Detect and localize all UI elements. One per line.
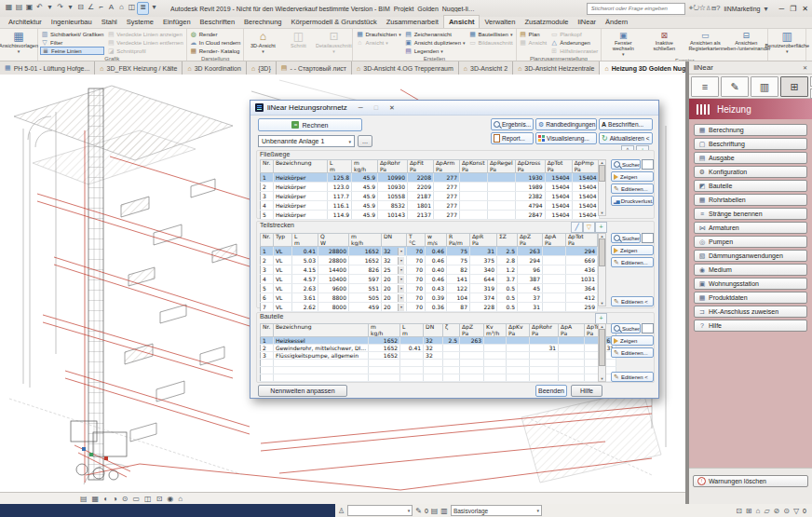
design-options-icon[interactable]: ▥ <box>440 507 448 515</box>
fliesswege-zeigen-button[interactable]: Zeigen <box>611 171 654 182</box>
workset-select[interactable]: ▾ <box>347 505 413 516</box>
user-dropdown-icon[interactable]: ▾ <box>764 5 767 13</box>
beenden-button[interactable]: Beenden <box>535 385 567 397</box>
view-tab-3d-ansicht-2[interactable]: ⌂3D-Ansicht 2 <box>459 61 513 75</box>
bauteile-suchen-input[interactable] <box>642 323 654 333</box>
ribbon-button-3d-ansicht[interactable]: ⌂3D-Ansicht▾ <box>246 30 279 54</box>
ribbon-button-render[interactable]: ◍Render <box>189 30 242 38</box>
select-pinned-icon[interactable]: ▱ <box>764 507 769 515</box>
close-button[interactable]: ✕ <box>802 5 808 13</box>
ribbon-tab-stahl[interactable]: Stahl <box>97 16 122 28</box>
ribbon-button-ansicht-duplizieren[interactable]: ▣Ansicht duplizieren▾ <box>404 38 467 47</box>
bauteile-suchen-button[interactable]: Suchen < <box>611 323 641 333</box>
dn-dropdown[interactable]: ▾ <box>398 294 404 302</box>
ribbon-button-render-katalog[interactable]: ▦Render- Katalog <box>189 47 242 55</box>
ribbon-tab-berechnung[interactable]: Berechnung <box>239 16 286 28</box>
table-row[interactable]: 7VL2.628000459▾20700.36872280.531259 <box>261 303 598 312</box>
ribbon-button-inaktive-schließen[interactable]: ⊠Inaktive schließen <box>644 30 683 57</box>
dn-dropdown[interactable]: ▾ <box>398 304 404 311</box>
sidebar-item-beschriftung[interactable]: ▢Beschriftung <box>694 138 807 150</box>
analytical-model-icon[interactable]: ⌂ <box>178 495 183 503</box>
view-tab-{3d}[interactable]: ⌂{3D} <box>247 61 277 75</box>
ribbon-button-feine-linien[interactable]: ≣Feine Linien <box>40 47 104 55</box>
sidebar-item-medium[interactable]: ◉Medium <box>694 264 807 276</box>
warnungen-loeschen-button[interactable]: ! Warnungen löschen <box>693 475 808 487</box>
settings-sliders-button[interactable]: ≡ <box>691 76 719 97</box>
print-icon[interactable]: ⊟ <box>75 2 86 13</box>
ribbon-button-plan[interactable]: ▤Plan <box>519 30 548 38</box>
open-icon[interactable]: ▤ <box>14 2 24 13</box>
undo-icon[interactable]: ↶ <box>34 2 45 13</box>
add-icon[interactable]: + <box>595 222 607 233</box>
radiator-button[interactable]: ▥ <box>751 76 778 97</box>
table-row[interactable]: 5VL2.639600551▾20700.431223190.545364 <box>261 284 598 293</box>
ribbon-tab-linear[interactable]: liNear <box>574 16 602 28</box>
edit-pencil-button[interactable]: ✎ <box>721 76 749 97</box>
sidebar-item-konfiguration[interactable]: ⚙Konfiguration <box>694 166 807 178</box>
sidebar-item-dämmungsanwendungen[interactable]: ▧Dämmungsanwendungen <box>694 250 807 262</box>
table-row[interactable]: 4Heizkörper116.145.985321801277479415404… <box>261 201 600 211</box>
crop-region-visibility-icon[interactable]: ◫ <box>144 495 152 503</box>
save-icon[interactable]: ▣ <box>24 2 34 13</box>
ribbon-tab-architektur[interactable]: Architektur <box>4 16 47 28</box>
table-row[interactable]: 5Heizkörper114.945.910143213727728471540… <box>261 211 600 220</box>
ribbon-button-in-cloud-rendern[interactable]: ☁In Cloud rendern <box>189 38 242 47</box>
teilstrecken-suchen-button[interactable]: Suchen < <box>611 233 641 243</box>
sidebar-item-hk-anschluss-zuweisen[interactable]: ⊐HK-Anschluss zuweisen <box>694 306 807 318</box>
detail-level-icon[interactable]: ▦ <box>92 495 100 503</box>
teilstrecken-editieren-button[interactable]: ✎Editieren... <box>611 257 654 267</box>
fliesswege-editieren-button[interactable]: ✎Editieren... <box>611 184 654 194</box>
ribbon-tab-systeme[interactable]: Systeme <box>122 16 158 28</box>
dialog-button-ergebnis[interactable]: Ergebnis... <box>491 118 534 130</box>
teilstrecken-suchen-input[interactable] <box>642 233 654 243</box>
search-box[interactable] <box>587 3 685 15</box>
view-tab-3d-ansicht-4-og-treppenraum[interactable]: ⌂3D-Ansicht 4.OG Treppenraum <box>352 61 459 75</box>
table-row[interactable]: 3VL4.1514400826▾25700.40823401.296436 <box>261 265 598 275</box>
sidebar-item-stränge-benennen[interactable]: ≡Stränge benennen <box>694 208 807 220</box>
view-tab-3d-koordination[interactable]: ⌂3D Koordination <box>183 61 246 75</box>
dn-dropdown[interactable]: ▾ <box>398 248 404 255</box>
sun-path-icon[interactable]: ◑ <box>113 495 117 503</box>
anlage-browse-button[interactable]: ... <box>358 135 372 147</box>
default-3d-view-icon[interactable]: ⌂ <box>116 2 127 13</box>
pipe-segment-icon[interactable]: ╱ <box>571 222 583 233</box>
teilstrecken-editieren-button[interactable]: ✎Editieren < <box>611 296 654 306</box>
search-input[interactable] <box>589 5 683 12</box>
ribbon-button-legenden[interactable]: ▤Legenden▾ <box>404 47 467 55</box>
dn-dropdown[interactable]: ▾ <box>398 257 404 265</box>
table-row[interactable]: 1Heizkörper125.845.910990220827719301540… <box>261 173 600 183</box>
select-underlay-icon[interactable]: ⌂ <box>756 507 761 515</box>
ribbon-tab-beschriften[interactable]: Beschriften <box>196 16 240 28</box>
filter-icon[interactable]: ▽ <box>793 507 799 515</box>
minimize-button[interactable]: ─ <box>778 5 784 13</box>
dialog-button-beschriften[interactable]: ABeschriften... <box>599 118 653 130</box>
dialog-button-report[interactable]: Report... <box>491 132 534 144</box>
table-row[interactable]: 4VL4.5710400597▾20700.461416443.73871031 <box>261 275 598 284</box>
view-tab-3d-ansicht-heizzentrale[interactable]: ⌂3D-Ansicht Heizzentrale <box>513 61 600 75</box>
bauteile-zeigen-button[interactable]: Zeigen <box>611 335 654 346</box>
ribbon-button-filter[interactable]: ▽Filter <box>40 38 104 47</box>
aligned-dimension-icon[interactable]: ⌐ <box>96 2 106 13</box>
section-icon[interactable]: ◫ <box>127 2 137 13</box>
dialog-button-visualisierung[interactable]: Visualisierung... <box>535 132 597 144</box>
ribbon-button-zeichenansicht[interactable]: ▤Zeichenansicht <box>404 30 467 38</box>
table-row[interactable]: 2Gewinderohr, mittelschwer, DI...16520.4… <box>261 345 616 352</box>
user-name[interactable]: liNMarketing <box>724 6 761 12</box>
sidebar-item-wohnungsstation[interactable]: ▣Wohnungsstation <box>694 278 807 290</box>
ribbon-button-änderungen[interactable]: △Änderungen <box>549 38 599 47</box>
app-menu-icon[interactable]: ▦ <box>4 2 14 13</box>
table-row[interactable]: 1VL0.41288001652▾32700.4675312.5263294 <box>261 247 598 256</box>
vertical-scrollbar[interactable]: ▲▼ <box>598 323 606 382</box>
view-tab-3d-fbx-heizung-kälte[interactable]: ⌂3D_FBX Heizung / Kälte <box>95 61 183 75</box>
thin-lines-icon[interactable]: ≣ <box>137 2 149 15</box>
fliesswege-suchen-button[interactable]: Suchen < <box>611 159 641 170</box>
sidebar-item-pumpen[interactable]: ◎Pumpen <box>694 236 807 248</box>
sidebar-item-produktdaten[interactable]: ▦Produktdaten <box>694 292 807 304</box>
hilfe-button[interactable]: Hilfe <box>571 385 602 397</box>
anlage-select[interactable]: Unbenannte Anlage 1▾ <box>258 135 355 147</box>
table-row[interactable]: 2VL5.03288001652▾32700.46753752.8294669 <box>261 256 598 265</box>
bauteile-editieren-button[interactable]: ✎Editieren < <box>611 372 654 382</box>
temporary-hide-isolate-icon[interactable]: ⊡ <box>156 495 163 503</box>
view-tab-ph-5-01-lüftung-hofge[interactable]: ▦PH 5-01 - Lüftung Hofge... <box>0 61 95 75</box>
dialog-button-randbedingungen[interactable]: ⚙Randbedingungen... <box>535 118 597 130</box>
